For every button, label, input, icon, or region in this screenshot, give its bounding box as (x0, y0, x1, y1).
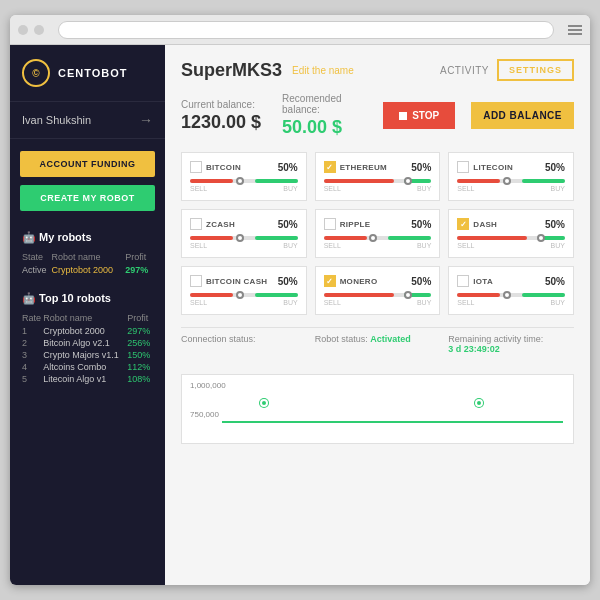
slider-fill-red (457, 236, 527, 240)
crypto-checkbox[interactable] (457, 161, 469, 173)
browser-menu-icon[interactable] (568, 25, 582, 35)
crypto-checkbox[interactable] (324, 275, 336, 287)
balance-row: Current balance: 1230.00 $ Recomended ba… (181, 93, 574, 138)
crypto-name: ZCASH (206, 220, 235, 229)
robot-status: Robot status: Activated (315, 334, 441, 354)
slider-labels: SELL BUY (457, 242, 565, 249)
slider-fill-red (457, 293, 500, 297)
crypto-card: DASH 50% SELL BUY (448, 209, 574, 258)
crypto-grid: BITCOIN 50% SELL BUY ETHEREUM (181, 152, 574, 315)
slider-thumb[interactable] (236, 177, 244, 185)
stop-label: STOP (412, 110, 439, 121)
slider-track (457, 179, 565, 183)
crypto-percent: 50% (411, 219, 431, 230)
buy-label: BUY (283, 242, 297, 249)
recommended-balance-label: Recomended balance: (282, 93, 367, 115)
slider-labels: SELL BUY (190, 299, 298, 306)
sidebar-buttons: ACCOUNT FUNDING CREATE MY ROBOT (10, 139, 165, 223)
crypto-name-row: IOTA (457, 275, 493, 287)
col-profit: Profit (127, 311, 153, 325)
crypto-name: LITECOIN (473, 163, 513, 172)
account-funding-button[interactable]: ACCOUNT FUNDING (20, 151, 155, 177)
logout-icon[interactable]: → (139, 112, 153, 128)
crypto-name-row: MONERO (324, 275, 378, 287)
slider-track (190, 293, 298, 297)
browser-dot-1 (18, 25, 28, 35)
col-robot-name: Robot name (51, 250, 125, 264)
crypto-checkbox[interactable] (190, 218, 202, 230)
logo-icon: © (22, 59, 50, 87)
slider-container: SELL BUY (324, 236, 432, 249)
slider-labels: SELL BUY (324, 185, 432, 192)
sell-label: SELL (190, 299, 207, 306)
crypto-checkbox[interactable] (190, 275, 202, 287)
crypto-card: RIPPLE 50% SELL BUY (315, 209, 441, 258)
slider-thumb[interactable] (236, 291, 244, 299)
stop-button[interactable]: STOP (383, 102, 455, 129)
browser-bar (10, 15, 590, 45)
sell-label: SELL (324, 242, 341, 249)
crypto-header: ZCASH 50% (190, 218, 298, 230)
robot-status-value: Activated (370, 334, 411, 344)
crypto-card: ZCASH 50% SELL BUY (181, 209, 307, 258)
current-balance-label: Current balance: (181, 99, 266, 110)
slider-thumb[interactable] (236, 234, 244, 242)
sidebar-logo: © CENTOBOT (10, 45, 165, 102)
robot-profit: 112% (127, 361, 153, 373)
robot-state: Active (22, 264, 51, 276)
col-profit: Profit (125, 250, 153, 264)
crypto-checkbox[interactable] (457, 275, 469, 287)
crypto-checkbox[interactable] (190, 161, 202, 173)
crypto-header: RIPPLE 50% (324, 218, 432, 230)
robot-rate: 4 (22, 361, 43, 373)
slider-container: SELL BUY (324, 179, 432, 192)
main-content: SuperMKS3 Edit the name ACTIVITY SETTING… (165, 45, 590, 585)
page-title: SuperMKS3 (181, 60, 282, 81)
chart-line (222, 421, 563, 423)
slider-thumb[interactable] (404, 177, 412, 185)
settings-button[interactable]: SETTINGS (497, 59, 574, 81)
crypto-card: BITCOIN CASH 50% SELL BUY (181, 266, 307, 315)
sell-label: SELL (324, 185, 341, 192)
robot-profit: 150% (127, 349, 153, 361)
create-robot-button[interactable]: CREATE MY ROBOT (20, 185, 155, 211)
add-balance-button[interactable]: ADD BALANCE (471, 102, 574, 129)
crypto-header: BITCOIN 50% (190, 161, 298, 173)
crypto-header: BITCOIN CASH 50% (190, 275, 298, 287)
edit-name-link[interactable]: Edit the name (292, 65, 354, 76)
slider-track (190, 236, 298, 240)
slider-thumb[interactable] (537, 234, 545, 242)
crypto-name: ETHEREUM (340, 163, 387, 172)
slider-track (457, 236, 565, 240)
robot-name: Bitcoin Algo v2.1 (43, 337, 127, 349)
table-row: 1 Cryptobot 2000 297% (22, 325, 153, 337)
table-row: 2 Bitcoin Algo v2.1 256% (22, 337, 153, 349)
recommended-balance: Recomended balance: 50.00 $ (282, 93, 367, 138)
slider-thumb[interactable] (503, 177, 511, 185)
chart-dot-right (475, 399, 483, 407)
crypto-card: LITECOIN 50% SELL BUY (448, 152, 574, 201)
crypto-percent: 50% (545, 162, 565, 173)
crypto-card: IOTA 50% SELL BUY (448, 266, 574, 315)
slider-fill-red (190, 179, 233, 183)
crypto-name: IOTA (473, 277, 493, 286)
slider-labels: SELL BUY (190, 242, 298, 249)
slider-fill-green (522, 179, 565, 183)
browser-url-bar[interactable] (58, 21, 554, 39)
activity-link[interactable]: ACTIVITY (440, 65, 489, 76)
my-robots-title: 🤖 My robots (22, 231, 153, 244)
logo-text: CENTOBOT (58, 67, 128, 79)
crypto-checkbox[interactable] (324, 218, 336, 230)
slider-thumb[interactable] (503, 291, 511, 299)
crypto-checkbox[interactable] (324, 161, 336, 173)
top-robots-section: 🤖 Top 10 robots Rate Robot name Profit 1… (10, 284, 165, 393)
slider-thumb[interactable] (404, 291, 412, 299)
crypto-name: BITCOIN CASH (206, 277, 267, 286)
col-state: State (22, 250, 51, 264)
remaining-value: 3 d 23:49:02 (448, 344, 500, 354)
crypto-card: ETHEREUM 50% SELL BUY (315, 152, 441, 201)
crypto-checkbox[interactable] (457, 218, 469, 230)
buy-label: BUY (417, 242, 431, 249)
slider-thumb[interactable] (369, 234, 377, 242)
crypto-header: MONERO 50% (324, 275, 432, 287)
